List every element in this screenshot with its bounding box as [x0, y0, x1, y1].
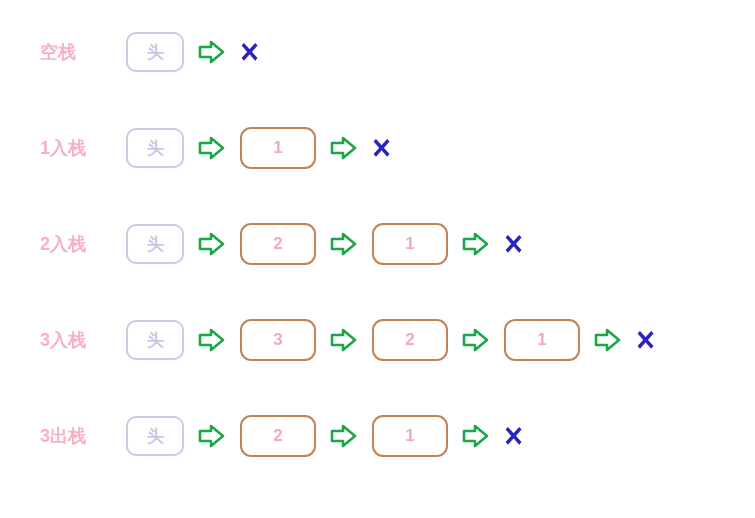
stack-state-row: 3出栈头21✕: [40, 412, 715, 460]
stack-node: 1: [504, 319, 580, 361]
row-label: 2入栈: [40, 232, 126, 256]
null-terminator-icon: ✕: [239, 36, 260, 69]
arrow-right-icon: [462, 423, 490, 449]
arrow-right-icon: [330, 423, 358, 449]
arrow-right-icon: [198, 39, 226, 65]
stack-state-row: 1入栈头1✕: [40, 124, 715, 172]
row-label: 3入栈: [40, 328, 126, 352]
stack-node: 2: [240, 223, 316, 265]
null-terminator-icon: ✕: [371, 132, 392, 165]
linked-list-stack-diagram: 空栈头✕1入栈头1✕2入栈头21✕3入栈头321✕3出栈头21✕: [40, 28, 715, 460]
stack-state-row: 3入栈头321✕: [40, 316, 715, 364]
null-terminator-icon: ✕: [503, 420, 524, 453]
arrow-right-icon: [198, 327, 226, 353]
head-node: 头: [126, 224, 184, 264]
arrow-right-icon: [198, 231, 226, 257]
stack-node: 1: [372, 415, 448, 457]
stack-state-row: 空栈头✕: [40, 28, 715, 76]
stack-node: 1: [372, 223, 448, 265]
head-node: 头: [126, 416, 184, 456]
arrow-right-icon: [330, 327, 358, 353]
arrow-right-icon: [198, 135, 226, 161]
arrow-right-icon: [462, 327, 490, 353]
stack-node: 1: [240, 127, 316, 169]
arrow-right-icon: [462, 231, 490, 257]
null-terminator-icon: ✕: [503, 228, 524, 261]
stack-node: 2: [372, 319, 448, 361]
stack-node: 3: [240, 319, 316, 361]
stack-state-row: 2入栈头21✕: [40, 220, 715, 268]
null-terminator-icon: ✕: [635, 324, 656, 357]
head-node: 头: [126, 32, 184, 72]
head-node: 头: [126, 128, 184, 168]
arrow-right-icon: [198, 423, 226, 449]
arrow-right-icon: [330, 231, 358, 257]
row-label: 3出栈: [40, 424, 126, 448]
row-label: 1入栈: [40, 136, 126, 160]
arrow-right-icon: [594, 327, 622, 353]
row-label: 空栈: [40, 40, 126, 64]
stack-node: 2: [240, 415, 316, 457]
head-node: 头: [126, 320, 184, 360]
arrow-right-icon: [330, 135, 358, 161]
